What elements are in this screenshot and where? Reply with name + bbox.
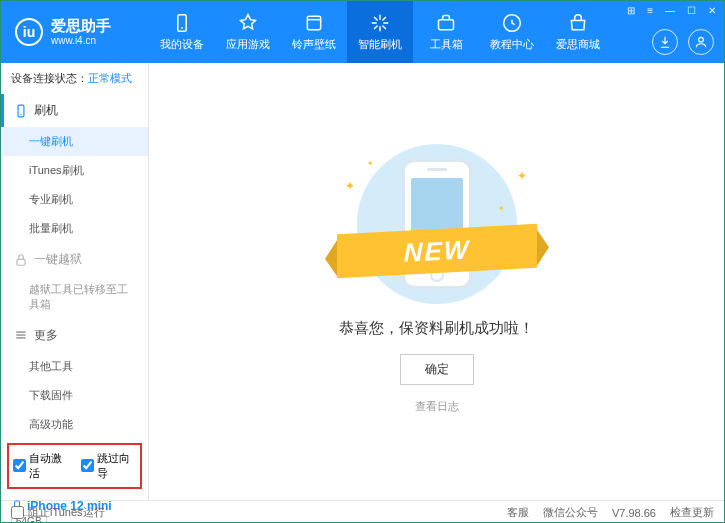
sidebar-item-flash-0[interactable]: 一键刷机	[1, 127, 148, 156]
nav-item-apps[interactable]: 应用游戏	[215, 1, 281, 63]
nav-item-flash[interactable]: 智能刷机	[347, 1, 413, 63]
top-bar: iu 爱思助手 www.i4.cn 我的设备应用游戏铃声壁纸智能刷机工具箱教程中…	[1, 1, 724, 63]
nav-item-device[interactable]: 我的设备	[149, 1, 215, 63]
nav-label: 工具箱	[430, 37, 463, 52]
brand-url: www.i4.cn	[51, 35, 111, 47]
sidebar-section-label: 刷机	[34, 102, 58, 119]
success-message: 恭喜您，保资料刷机成功啦！	[339, 319, 534, 338]
menu-icon	[14, 328, 28, 342]
sidebar-section-label: 一键越狱	[34, 251, 82, 268]
download-icon[interactable]	[652, 29, 678, 55]
svg-rect-2	[307, 16, 320, 29]
minimize-button[interactable]: —	[663, 5, 677, 16]
main-content: ✦ ✦ ✦ ✦ NEW 恭喜您，保资料刷机成功啦！ 确定 查看日志	[149, 63, 724, 500]
sidebar-section-more[interactable]: 更多	[1, 319, 148, 352]
close-button[interactable]: ✕	[706, 5, 718, 16]
brand-logo-icon: iu	[15, 18, 43, 46]
nav-item-toolbox[interactable]: 工具箱	[413, 1, 479, 63]
brand-title: 爱思助手	[51, 17, 111, 35]
nav-item-tutorial[interactable]: 教程中心	[479, 1, 545, 63]
block-itunes-label: 阻止iTunes运行	[28, 505, 105, 520]
view-log-link[interactable]: 查看日志	[415, 399, 459, 414]
maximize-button[interactable]: ☐	[685, 5, 698, 16]
sidebar-item-more-1[interactable]: 下载固件	[1, 381, 148, 410]
menu-icon[interactable]: ≡	[645, 5, 655, 16]
nav-label: 教程中心	[490, 37, 534, 52]
nav-item-media[interactable]: 铃声壁纸	[281, 1, 347, 63]
device-icon	[14, 104, 28, 118]
store-icon	[568, 13, 588, 33]
flash-icon	[370, 13, 390, 33]
connection-status: 设备连接状态：正常模式	[1, 63, 148, 94]
user-icon[interactable]	[688, 29, 714, 55]
apps-icon	[238, 13, 258, 33]
window-controls: ⊞ ≡ — ☐ ✕	[625, 5, 718, 16]
footer-check-update[interactable]: 检查更新	[670, 505, 714, 520]
footer-version: V7.98.66	[612, 507, 656, 519]
media-icon	[304, 13, 324, 33]
checkbox-row: 自动激活 跳过向导	[7, 443, 142, 489]
jailbreak-note: 越狱工具已转移至工具箱	[1, 276, 148, 319]
sidebar-section-label: 更多	[34, 327, 58, 344]
block-itunes-checkbox[interactable]	[11, 506, 24, 519]
sidebar-item-flash-2[interactable]: 专业刷机	[1, 185, 148, 214]
svg-rect-0	[178, 14, 186, 31]
sidebar: 设备连接状态：正常模式 刷机 一键刷机iTunes刷机专业刷机批量刷机 一键越狱…	[1, 63, 149, 500]
tutorial-icon	[502, 13, 522, 33]
sidebar-section-flash[interactable]: 刷机	[1, 94, 148, 127]
nav-item-store[interactable]: 爱思商城	[545, 1, 611, 63]
nav-label: 应用游戏	[226, 37, 270, 52]
nav-label: 我的设备	[160, 37, 204, 52]
sidebar-section-jailbreak[interactable]: 一键越狱	[1, 243, 148, 276]
nav-label: 智能刷机	[358, 37, 402, 52]
sidebar-item-flash-1[interactable]: iTunes刷机	[1, 156, 148, 185]
success-illustration: ✦ ✦ ✦ ✦ NEW	[327, 149, 547, 299]
new-banner: NEW	[337, 224, 537, 278]
checkbox-auto-activate[interactable]: 自动激活	[13, 451, 69, 481]
grid-icon[interactable]: ⊞	[625, 5, 637, 16]
sidebar-item-more-0[interactable]: 其他工具	[1, 352, 148, 381]
svg-rect-8	[17, 259, 25, 265]
lock-icon	[14, 253, 28, 267]
nav-label: 铃声壁纸	[292, 37, 336, 52]
brand: iu 爱思助手 www.i4.cn	[1, 1, 149, 63]
device-icon	[172, 13, 192, 33]
svg-rect-6	[18, 105, 24, 117]
nav-label: 爱思商城	[556, 37, 600, 52]
confirm-button[interactable]: 确定	[400, 354, 474, 385]
toolbox-icon	[436, 13, 456, 33]
sidebar-item-more-2[interactable]: 高级功能	[1, 410, 148, 439]
footer-service[interactable]: 客服	[507, 505, 529, 520]
checkbox-skip-guide[interactable]: 跳过向导	[81, 451, 137, 481]
footer-wechat[interactable]: 微信公众号	[543, 505, 598, 520]
svg-point-5	[699, 37, 704, 42]
sidebar-item-flash-3[interactable]: 批量刷机	[1, 214, 148, 243]
svg-rect-3	[439, 19, 454, 29]
